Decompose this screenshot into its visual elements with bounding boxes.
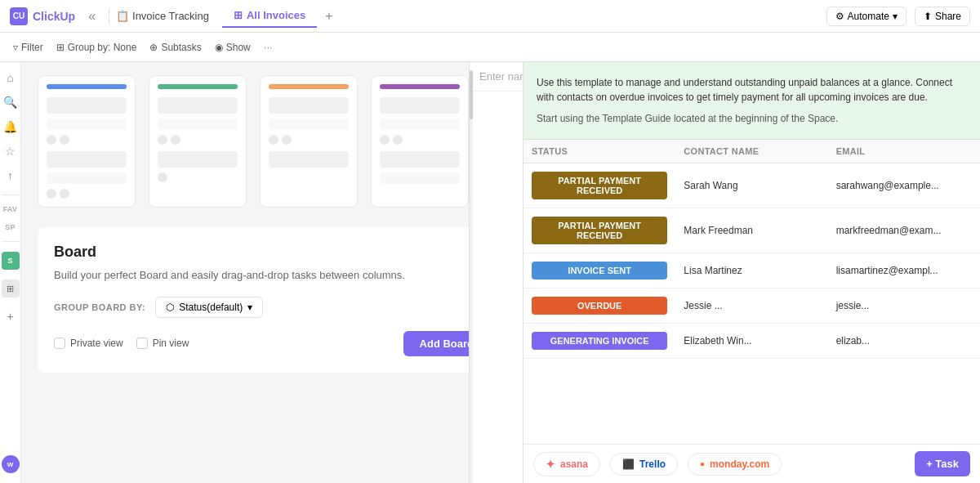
col-header-email: EMAIL (828, 146, 980, 156)
group-by-select[interactable]: ⬡ Status(default) ▾ (155, 297, 263, 318)
sidebar-search-icon[interactable]: 🔍 (2, 93, 20, 111)
dot (380, 135, 390, 145)
tab-icon: ⊞ (234, 9, 243, 21)
sidebar-divider (2, 195, 20, 195)
dropdown-search-input[interactable] (479, 70, 523, 83)
card (269, 97, 349, 114)
table-row: OVERDUE Jessie ... jessie... (523, 288, 980, 324)
sidebar-divider2 (2, 241, 20, 242)
right-panel: Use this template to manage and understa… (523, 62, 980, 483)
nav-right: ⚙ Automate ▾ ⬆ Share (826, 7, 970, 26)
col-icons (269, 135, 349, 145)
main-layout: ⌂ 🔍 🔔 ☆ ↑ FAV SP S ⊞ + W (0, 62, 980, 483)
scrollbar-track (470, 92, 473, 483)
monday-icon: ● (700, 459, 705, 468)
card (380, 97, 460, 114)
automate-button[interactable]: ⚙ Automate ▾ (826, 7, 906, 26)
col-icons (158, 172, 238, 182)
subtasks-button[interactable]: ⊕ Subtasks (149, 42, 201, 53)
sidebar-avatar[interactable]: W (2, 455, 20, 473)
divider (109, 9, 109, 24)
group-by-button[interactable]: ⊞ Group by: None (56, 42, 137, 53)
dot (47, 135, 56, 145)
name-cell: Elizabeth Win... (675, 327, 827, 355)
add-tab-button[interactable]: + (317, 4, 341, 29)
col-header-blue (47, 84, 127, 89)
pin-view-checkbox[interactable] (136, 338, 148, 349)
col-header-name: CONTACT NAME (675, 146, 827, 156)
board-description: Build your perfect Board and easily drag… (54, 267, 490, 284)
status-cell: PARTIAL PAYMENT RECEIVED (523, 208, 675, 253)
nav-tabs: ⊞ All Invoices + (222, 4, 341, 29)
monday-label: monday.com (710, 458, 769, 470)
filter-button[interactable]: ▿ Filter (13, 42, 43, 53)
tab-label: All Invoices (247, 9, 305, 21)
email-cell: elizab... (828, 327, 980, 355)
table-row: PARTIAL PAYMENT RECEIVED Mark Freedman m… (523, 208, 980, 253)
card-sm (380, 119, 460, 130)
view-dropdown: TASKS ☰ List ⊞ Board ⬡ Calendar ≡ Gantt (469, 62, 523, 483)
asana-icon: ✦ (546, 458, 555, 471)
card (47, 97, 127, 114)
status-cell: PARTIAL PAYMENT RECEIVED (523, 163, 675, 208)
sidebar-starred-icon[interactable]: ☆ (2, 142, 20, 160)
dot (158, 172, 167, 182)
subtasks-icon: ⊕ (149, 42, 158, 53)
right-description: Use this template to manage and understa… (523, 62, 980, 140)
name-cell: Sarah Wang (675, 172, 827, 199)
toolbar: ▿ Filter ⊞ Group by: None ⊕ Subtasks ◉ S… (0, 33, 980, 62)
sidebar-grid-icon[interactable]: ⊞ (2, 280, 20, 297)
status-cell: INVOICE SENT (523, 253, 675, 288)
show-button[interactable]: ◉ Show (215, 42, 251, 53)
dot (282, 135, 292, 145)
col-icons (47, 135, 127, 145)
table-row: GENERATING INVOICE Elizabeth Win... eliz… (523, 324, 980, 359)
app-name: ClickUp (33, 10, 75, 23)
collapse-button[interactable]: « (82, 6, 102, 27)
sidebar-recent-icon[interactable]: ↑ (2, 167, 20, 185)
add-task-button[interactable]: + Task (915, 451, 970, 476)
card-sm (380, 172, 460, 184)
board-preview (21, 62, 523, 208)
left-sidebar: ⌂ 🔍 🔔 ☆ ↑ FAV SP S ⊞ + W (0, 62, 21, 483)
trello-icon: ⬛ (622, 458, 635, 470)
board-col-3 (260, 75, 358, 208)
content-area: Board Build your perfect Board and easil… (21, 62, 523, 483)
private-view-checkbox[interactable] (54, 338, 65, 349)
sidebar-home-icon[interactable]: ⌂ (2, 69, 20, 87)
app-logo[interactable]: CU ClickUp (10, 7, 75, 25)
private-view-option: Private view (54, 331, 123, 356)
dot (47, 189, 56, 199)
dot (158, 135, 167, 145)
monday-badge: ● monday.com (688, 453, 782, 476)
group-select-icon: ⬡ (166, 302, 174, 313)
trello-badge: ⬛ Trello (610, 453, 678, 476)
name-cell: Jessie ... (675, 292, 827, 320)
status-cell: GENERATING INVOICE (523, 324, 675, 358)
sidebar-add-icon[interactable]: + (2, 307, 20, 325)
col-icons (380, 135, 460, 145)
board-col-1 (38, 75, 136, 208)
show-label: Show (226, 42, 251, 53)
col-icons (47, 189, 127, 199)
sidebar-fav-label: FAV (3, 205, 18, 213)
card (380, 151, 460, 168)
sidebar-space-icon[interactable]: S (2, 252, 20, 270)
top-navigation: CU ClickUp « 📋 Invoice Tracking ⊞ All In… (0, 0, 980, 33)
share-button[interactable]: ⬆ Share (915, 7, 970, 26)
tab-all-invoices[interactable]: ⊞ All Invoices (222, 4, 317, 28)
card-sm (47, 172, 127, 184)
sidebar-notifications-icon[interactable]: 🔔 (2, 118, 20, 136)
group-select-value: Status(default) (179, 302, 243, 313)
email-cell: jessie... (828, 292, 980, 320)
more-button[interactable]: ··· (264, 41, 273, 53)
status-cell: OVERDUE (523, 288, 675, 323)
scrollbar-thumb[interactable] (470, 70, 473, 119)
card-sm (158, 119, 238, 130)
card (158, 97, 238, 114)
board-info-panel: Board Build your perfect Board and easil… (38, 227, 506, 373)
board-title: Board (54, 244, 490, 261)
name-cell: Lisa Martinez (675, 257, 827, 284)
table-header: STATUS CONTACT NAME EMAIL (523, 140, 980, 163)
status-badge: PARTIAL PAYMENT RECEIVED (532, 217, 667, 244)
